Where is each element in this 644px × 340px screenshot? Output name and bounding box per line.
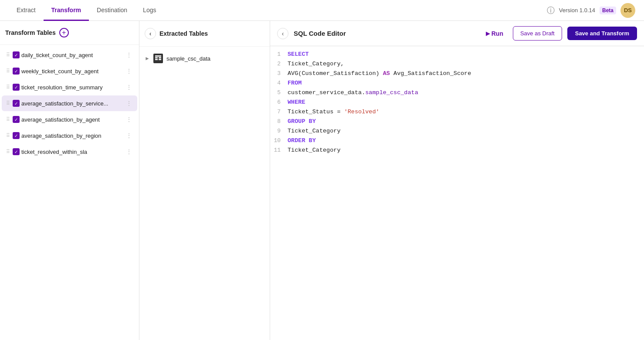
line-content: FROM (288, 78, 302, 88)
table-item[interactable]: ⠿ average_satisfaction_by_service... ⋮ (2, 95, 137, 111)
more-options-icon[interactable]: ⋮ (124, 99, 134, 108)
right-panel: ‹ SQL Code Editor ▶ Run Save as Draft Sa… (270, 21, 644, 340)
table-name-label: average_satisfaction_by_service... (21, 100, 122, 107)
table-name-label: ticket_resolved_within_sla (21, 149, 122, 155)
line-number: 7 (270, 107, 288, 117)
svg-rect-1 (155, 57, 158, 58)
code-line: 3 AVG(Customer_Satisfaction) AS Avg_Sati… (270, 69, 644, 78)
drag-handle-icon: ⠿ (5, 133, 11, 139)
svg-rect-0 (155, 55, 161, 57)
middle-panel-header: ‹ Extracted Tables (139, 21, 270, 47)
table-checkbox[interactable] (13, 51, 20, 58)
more-options-icon[interactable]: ⋮ (124, 83, 134, 92)
drag-handle-icon: ⠿ (5, 100, 11, 106)
svg-rect-3 (155, 59, 158, 60)
table-item[interactable]: ⠿ daily_ticket_count_by_agent ⋮ (2, 47, 137, 63)
left-panel-header: Transform Tables + (0, 21, 139, 45)
extracted-table-list: ► sample_csc_data (139, 47, 270, 70)
drag-handle-icon: ⠿ (5, 52, 11, 58)
table-name-label: average_satisfaction_by_agent (21, 116, 122, 123)
code-line: 5 customer_service_data.sample_csc_data (270, 88, 644, 98)
code-line: 7 Ticket_Status = 'Resolved' (270, 107, 644, 117)
line-number: 4 (270, 78, 288, 88)
table-grid-icon (153, 54, 163, 63)
main-layout: Transform Tables + ⠿ daily_ticket_count_… (0, 21, 644, 340)
line-content: WHERE (288, 98, 305, 107)
extracted-table-name: sample_csc_data (166, 55, 210, 62)
drag-handle-icon: ⠿ (5, 116, 11, 122)
svg-rect-4 (159, 59, 161, 60)
code-line: 6WHERE (270, 98, 644, 107)
drag-handle-icon: ⠿ (5, 149, 11, 155)
collapse-middle-button[interactable]: ‹ (145, 28, 156, 39)
more-options-icon[interactable]: ⋮ (124, 67, 134, 75)
add-table-button[interactable]: + (59, 28, 69, 37)
collapse-editor-button[interactable]: ‹ (277, 28, 288, 39)
top-nav: Extract Transform Destination Logs ⓘ Ver… (0, 0, 644, 21)
save-draft-button[interactable]: Save as Draft (513, 26, 562, 41)
table-item[interactable]: ⠿ ticket_resolved_within_sla ⋮ (2, 144, 137, 160)
transform-tables-title: Transform Tables (5, 29, 56, 36)
avatar[interactable]: DS (620, 3, 635, 18)
tab-destination[interactable]: Destination (89, 0, 135, 21)
editor-title: SQL Code Editor (294, 30, 476, 37)
line-number: 8 (270, 117, 288, 126)
line-content: Ticket_Status = 'Resolved' (288, 107, 380, 117)
table-item[interactable]: ⠿ average_satisfaction_by_region ⋮ (2, 128, 137, 143)
line-content: AVG(Customer_Satisfaction) AS Avg_Satisf… (288, 69, 471, 78)
line-content: ORDER BY (288, 136, 316, 146)
more-options-icon[interactable]: ⋮ (124, 115, 134, 124)
save-transform-button[interactable]: Save and Transform (567, 27, 637, 40)
transform-table-list: ⠿ daily_ticket_count_by_agent ⋮ ⠿ weekly… (0, 45, 139, 340)
editor-header: ‹ SQL Code Editor ▶ Run Save as Draft Sa… (270, 21, 644, 46)
table-name-label: average_satisfaction_by_region (21, 133, 122, 139)
line-number: 11 (270, 146, 288, 155)
tab-transform[interactable]: Transform (44, 0, 89, 21)
line-number: 6 (270, 98, 288, 107)
line-number: 3 (270, 69, 288, 78)
table-checkbox[interactable] (13, 84, 20, 91)
code-line: 2 Ticket_Category, (270, 59, 644, 69)
version-label: Version 1.0.14 (559, 7, 595, 14)
line-number: 9 (270, 126, 288, 136)
table-item[interactable]: ⠿ average_satisfaction_by_agent ⋮ (2, 112, 137, 127)
line-number: 1 (270, 50, 288, 59)
line-content: Ticket_Category (288, 146, 341, 155)
line-number: 10 (270, 136, 288, 146)
run-label: Run (491, 30, 503, 37)
nav-right: ⓘ Version 1.0.14 Beta DS (547, 3, 635, 18)
drag-handle-icon: ⠿ (5, 84, 11, 90)
line-content: SELECT (288, 50, 309, 59)
chevron-right-icon: ► (145, 55, 150, 61)
table-checkbox[interactable] (13, 100, 20, 107)
line-content: Ticket_Category, (288, 59, 344, 69)
more-options-icon[interactable]: ⋮ (124, 51, 134, 59)
table-checkbox[interactable] (13, 148, 20, 155)
code-line: 1SELECT (270, 50, 644, 59)
line-number: 5 (270, 88, 288, 98)
table-name-label: ticket_resolution_time_summary (21, 84, 122, 91)
table-checkbox[interactable] (13, 68, 20, 75)
table-checkbox[interactable] (13, 116, 20, 123)
tab-logs[interactable]: Logs (135, 0, 164, 21)
table-name-label: daily_ticket_count_by_agent (21, 52, 122, 58)
table-item[interactable]: ⠿ ticket_resolution_time_summary ⋮ (2, 79, 137, 95)
list-item[interactable]: ► sample_csc_data (139, 50, 270, 67)
play-icon: ▶ (486, 31, 490, 37)
help-icon[interactable]: ⓘ (547, 5, 555, 16)
tab-extract[interactable]: Extract (9, 0, 44, 21)
line-content: customer_service_data.sample_csc_data (288, 88, 418, 98)
code-line: 8GROUP BY (270, 117, 644, 126)
middle-panel: ‹ Extracted Tables ► sample_csc_data (139, 21, 270, 340)
line-content: GROUP BY (288, 117, 316, 126)
code-line: 11 Ticket_Category (270, 146, 644, 155)
run-button[interactable]: ▶ Run (481, 27, 508, 40)
code-line: 4FROM (270, 78, 644, 88)
code-line: 10ORDER BY (270, 136, 644, 146)
svg-rect-2 (159, 57, 161, 58)
sql-code-editor[interactable]: 1SELECT2 Ticket_Category,3 AVG(Customer_… (270, 46, 644, 340)
more-options-icon[interactable]: ⋮ (124, 147, 134, 156)
more-options-icon[interactable]: ⋮ (124, 131, 134, 140)
table-item[interactable]: ⠿ weekly_ticket_count_by_agent ⋮ (2, 63, 137, 79)
table-checkbox[interactable] (13, 132, 20, 139)
